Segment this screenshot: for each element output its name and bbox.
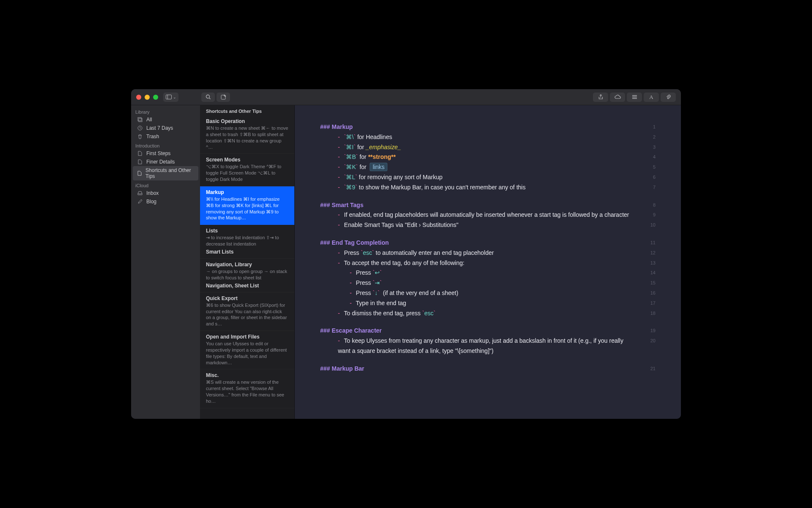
sidebar-item-first-steps[interactable]: First Steps — [131, 149, 200, 158]
cloud-button[interactable] — [610, 93, 625, 102]
sheet-preview: → on groups to open group → on stack to … — [206, 268, 288, 281]
sidebar-item-label: Last 7 Days — [146, 125, 173, 131]
attachments-button[interactable] — [661, 93, 676, 102]
heading-escape: Escape Character — [332, 327, 381, 334]
library-sidebar: Library All Last 7 Days Trash Introducti… — [131, 105, 200, 419]
svg-point-2 — [206, 95, 209, 98]
sidebar-item-label: Blog — [146, 199, 156, 205]
pen-icon — [137, 199, 143, 205]
sidebar-item-blog[interactable]: Blog — [131, 197, 200, 206]
sheet-list-item[interactable]: Navigation, Library→ on groups to open g… — [200, 259, 294, 292]
chevron-down-icon: ⌄ — [173, 95, 176, 99]
sheet-title: Misc. — [206, 372, 288, 378]
sheet-preview: ⌘S will create a new version of the curr… — [206, 379, 288, 404]
sheet-preview: ⌥⌘X to toggle Dark Theme ^⌘F to toggle F… — [206, 164, 288, 183]
heading-end-tag: End Tag Completion — [332, 239, 389, 246]
line-number: 1 — [645, 122, 656, 131]
window-controls — [136, 95, 158, 100]
clock-icon — [137, 125, 143, 131]
search-button[interactable] — [201, 93, 215, 102]
sheet-list-item[interactable]: Misc.⌘S will create a new version of the… — [200, 369, 294, 408]
sheet-preview: ⇥ to increase list indentation ⇧⇥ to dec… — [206, 235, 288, 247]
typography-icon: A — [649, 94, 653, 101]
sidebar-item-last7days[interactable]: Last 7 Days — [131, 124, 200, 132]
sheet-list-item[interactable]: Open and Import FilesYou can use Ulysses… — [200, 331, 294, 369]
sidebar-item-label: Trash — [146, 134, 159, 139]
sheet-list-item[interactable]: Markup⌘\\ for Headlines ⌘I for emphasize… — [200, 186, 294, 225]
heading-markup: Markup — [332, 123, 353, 130]
sidebar-item-all[interactable]: All — [131, 115, 200, 124]
heading-markup-bar: Markup Bar — [332, 365, 364, 372]
share-icon — [598, 94, 604, 100]
sidebar-item-finer-details[interactable]: Finer Details — [131, 158, 200, 166]
sheet-list-item[interactable]: Lists⇥ to increase list indentation ⇧⇥ t… — [200, 225, 294, 259]
sidebar-item-label: Inbox — [146, 190, 159, 196]
sheet-preview: ⌘N to create a new sheet ⌘← to move a sh… — [206, 125, 288, 150]
sidebar-toggle-button[interactable]: ⌄ — [163, 93, 178, 102]
sheet-title: Lists — [206, 228, 288, 234]
app-window: ⌄ A Library All — [131, 89, 681, 419]
doc-icon — [137, 159, 143, 165]
link-pill: links — [370, 163, 387, 171]
svg-rect-4 — [221, 95, 225, 99]
search-icon — [206, 94, 211, 100]
sheet-title: Markup — [206, 189, 288, 195]
sheet-title: Navigation, Library — [206, 262, 288, 268]
doc-icon — [137, 150, 143, 156]
sheet-list: Shortcuts and Other Tips Basic Operation… — [200, 105, 295, 419]
trash-icon — [137, 134, 143, 139]
main-content: Library All Last 7 Days Trash Introducti… — [131, 105, 681, 419]
sheet-preview: You can use Ulysses to edit or respectiv… — [206, 341, 288, 366]
sidebar-item-shortcuts[interactable]: Shortcuts and Other Tips — [133, 166, 198, 180]
sidebar-section-header: Library — [131, 107, 200, 115]
doc-icon — [137, 170, 142, 176]
sheet-title: Screen Modes — [206, 157, 288, 163]
sidebar-item-trash[interactable]: Trash — [131, 132, 200, 141]
editor[interactable]: ### Markup1 - `⌘\` for Headlines2 - `⌘I`… — [295, 105, 681, 419]
close-window[interactable] — [136, 95, 141, 100]
sidebar-item-label: Finer Details — [146, 159, 175, 165]
sheet-preview: ⌘6 to show Quick Export (SIXport) for cu… — [206, 302, 288, 327]
sheet-list-item[interactable]: Screen Modes⌥⌘X to toggle Dark Theme ^⌘F… — [200, 154, 294, 186]
svg-rect-0 — [166, 95, 171, 99]
zoom-window[interactable] — [153, 95, 158, 100]
sheet-list-header: Shortcuts and Other Tips — [200, 105, 294, 115]
sidebar-section-header: Introduction — [131, 141, 200, 149]
cloud-icon — [614, 95, 621, 99]
sidebar-item-label: All — [146, 117, 152, 123]
sheet-subtitle: Navigation, Sheet List — [206, 283, 288, 289]
sidebar-item-inbox[interactable]: Inbox — [131, 189, 200, 197]
share-button[interactable] — [593, 93, 608, 102]
titlebar: ⌄ A — [131, 89, 681, 105]
sheet-preview: ⌘\\ for Headlines ⌘I for emphasize ⌘B fo… — [206, 196, 288, 221]
heading-smart-tags: Smart Tags — [332, 202, 363, 208]
sheet-title: Quick Export — [206, 295, 288, 301]
paperclip-icon — [666, 94, 671, 100]
sheet-subtitle: Smart Lists — [206, 249, 288, 255]
sidebar-item-label: Shortcuts and Other Tips — [145, 167, 194, 179]
sidebar-item-label: First Steps — [146, 150, 170, 156]
stack-icon — [137, 117, 143, 123]
sheet-title: Basic Operation — [206, 118, 288, 124]
sheet-list-item[interactable]: Basic Operation⌘N to create a new sheet … — [200, 115, 294, 154]
compose-icon — [221, 94, 226, 100]
sheet-title: Open and Import Files — [206, 334, 288, 340]
svg-rect-11 — [139, 118, 142, 122]
svg-rect-10 — [138, 117, 141, 121]
sheet-list-item[interactable]: Quick Export⌘6 to show Quick Export (SIX… — [200, 292, 294, 331]
outline-button[interactable] — [627, 93, 642, 102]
list-icon — [632, 95, 637, 99]
sidebar-section-header: iCloud — [131, 180, 200, 189]
sidebar-icon — [166, 95, 172, 99]
typography-button[interactable]: A — [644, 93, 659, 102]
compose-button[interactable] — [217, 93, 230, 102]
minimize-window[interactable] — [145, 95, 150, 100]
inbox-icon — [137, 190, 143, 196]
svg-line-3 — [209, 98, 210, 99]
